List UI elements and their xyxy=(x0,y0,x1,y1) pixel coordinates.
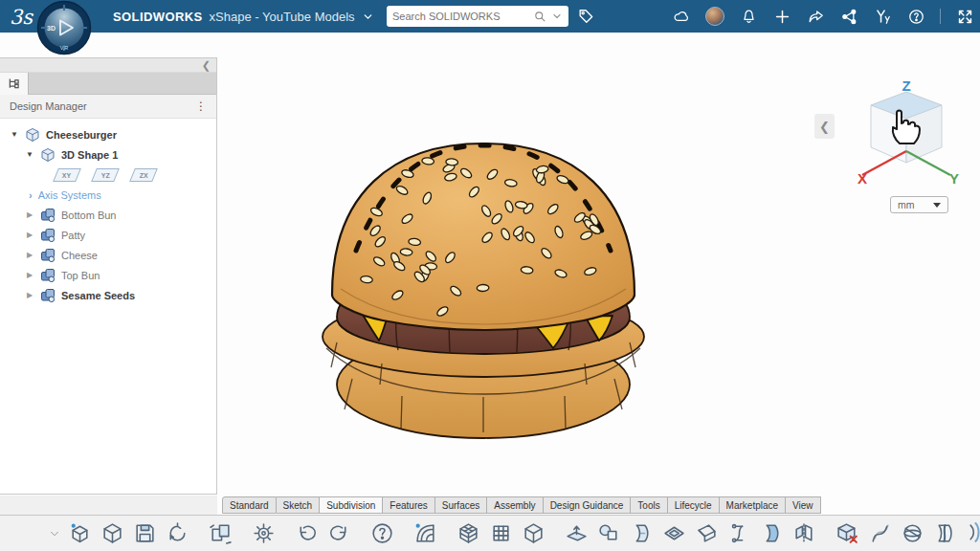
tree-icon xyxy=(7,77,21,91)
tab-assembly[interactable]: Assembly xyxy=(487,496,543,514)
y-axis-label: Y xyxy=(949,170,959,187)
plane-zx[interactable]: ZX xyxy=(129,168,158,182)
viewcube-collapse-button[interactable]: ❮ xyxy=(814,114,835,139)
tab-view[interactable]: View xyxy=(786,496,821,514)
tree-node-top-bun[interactable]: ▶ Top Bun xyxy=(0,265,216,285)
sync-refresh-button[interactable] xyxy=(163,518,192,548)
top-bar: 3s SOLIDWORKS xShape - YouTube Models xyxy=(0,0,980,33)
tree-node-cheese[interactable]: ▶ Cheese xyxy=(0,245,216,265)
thicken-surface-button[interactable] xyxy=(963,518,980,548)
compass-3d-label: 3D xyxy=(47,25,56,32)
panel-title: Design Manager xyxy=(10,100,87,112)
extrude-cage-button[interactable] xyxy=(519,518,548,548)
expander-closed-icon[interactable]: ▶ xyxy=(25,271,34,279)
search-bar[interactable] xyxy=(387,6,568,27)
tag-icon[interactable] xyxy=(576,7,595,26)
part-icon xyxy=(25,127,40,143)
expander-closed-icon[interactable]: ▶ xyxy=(25,231,34,239)
tab-design-manager[interactable] xyxy=(0,73,29,95)
surface-patch-button[interactable] xyxy=(757,518,787,548)
plane-xy[interactable]: XY xyxy=(53,168,81,182)
svg-text:3s: 3s xyxy=(10,6,33,29)
chevron-down-icon[interactable] xyxy=(362,11,374,23)
y-axis xyxy=(906,151,950,175)
units-dropdown[interactable]: mm xyxy=(890,196,948,213)
tab-design-guidance[interactable]: Design Guidance xyxy=(544,496,632,514)
expander-open-icon[interactable]: ▼ xyxy=(10,130,19,139)
subdivision-box-button[interactable] xyxy=(454,518,483,548)
split-face-button[interactable] xyxy=(930,518,960,548)
share-nodes-icon[interactable] xyxy=(839,7,858,26)
panel-menu-icon[interactable]: ⋮ xyxy=(195,99,207,113)
tab-sketch[interactable]: Sketch xyxy=(277,496,321,514)
symmetry-button[interactable] xyxy=(790,518,819,548)
tree-node-root[interactable]: ▼ Cheeseburger xyxy=(0,124,216,144)
tab-subdivision[interactable]: Subdivision xyxy=(320,496,383,514)
dropdown-caret-icon xyxy=(933,203,941,208)
subdivision-body-icon xyxy=(40,208,56,223)
avatar[interactable] xyxy=(705,7,724,26)
tab-tools[interactable]: Tools xyxy=(631,496,667,514)
expander-closed-icon[interactable]: ▶ xyxy=(25,251,34,259)
brand-name: SOLIDWORKS xyxy=(113,10,203,24)
chevron-right-icon: › xyxy=(29,189,33,201)
community-icon[interactable] xyxy=(873,7,892,26)
tree-node-sesame-seeds[interactable]: ▶ Sesame Seeds xyxy=(0,285,216,305)
compass-vr-label: V,R xyxy=(60,45,69,51)
raise-face-button[interactable] xyxy=(562,518,591,548)
tree-node-patty[interactable]: ▶ Patty xyxy=(0,225,216,245)
tab-marketplace[interactable]: Marketplace xyxy=(720,496,786,514)
plane-yz[interactable]: YZ xyxy=(91,168,120,182)
subdivision-body-icon xyxy=(40,268,56,283)
offset-frame-button[interactable] xyxy=(659,518,689,548)
tab-surfaces[interactable]: Surfaces xyxy=(435,496,487,514)
action-toolbar xyxy=(0,515,980,551)
primitives-button[interactable] xyxy=(594,518,624,548)
bridge-faces-button[interactable] xyxy=(724,518,754,548)
panel-collapse-button[interactable]: ❮ xyxy=(202,58,211,73)
mesh-grid-button[interactable] xyxy=(486,518,516,548)
delete-face-button[interactable] xyxy=(833,518,862,548)
share-arrow-icon[interactable] xyxy=(806,7,825,26)
app-title: xShape - YouTube Models xyxy=(210,10,355,24)
help-button[interactable] xyxy=(368,518,397,548)
notifications-bell-icon[interactable] xyxy=(739,7,758,26)
cloud-icon[interactable] xyxy=(672,7,691,26)
settings-button[interactable] xyxy=(249,518,278,548)
tree-node-axis-systems[interactable]: › Axis Systems xyxy=(0,185,216,205)
collapse-toolbar-button[interactable] xyxy=(48,518,61,548)
add-plus-icon[interactable] xyxy=(772,7,791,26)
help-icon[interactable] xyxy=(906,7,925,26)
project-sphere-button[interactable] xyxy=(898,518,927,548)
tree-node-3d-shape[interactable]: ▼ 3D Shape 1 xyxy=(0,144,216,165)
search-scope-chevron-icon[interactable] xyxy=(551,11,563,22)
tab-standard[interactable]: Standard xyxy=(222,496,277,514)
subdivision-body-icon xyxy=(40,248,56,263)
open-shape-button[interactable] xyxy=(98,518,127,548)
redo-button[interactable] xyxy=(324,518,354,548)
save-button[interactable] xyxy=(130,518,160,548)
import-export-button[interactable] xyxy=(206,518,235,548)
tab-lifecycle[interactable]: Lifecycle xyxy=(668,496,720,514)
crease-edge-button[interactable] xyxy=(692,518,722,548)
3ds-logo[interactable]: 3s xyxy=(8,2,36,31)
sketch-grid-button[interactable] xyxy=(411,518,440,548)
sweep-curve-button[interactable] xyxy=(865,518,895,548)
3dexperience-compass[interactable]: 3D V,R xyxy=(36,0,92,55)
new-3d-shape-button[interactable] xyxy=(65,518,95,548)
expander-open-icon[interactable]: ▼ xyxy=(25,150,34,159)
expander-closed-icon[interactable]: ▶ xyxy=(25,210,34,219)
subdivision-body-icon xyxy=(40,288,56,303)
search-icon[interactable] xyxy=(533,10,547,24)
bend-surface-button[interactable] xyxy=(627,518,657,548)
view-cube[interactable]: X Y Z xyxy=(851,80,962,195)
z-axis-label: Z xyxy=(902,80,910,94)
tree-node-bottom-bun[interactable]: ▶ Bottom Bun xyxy=(0,205,216,225)
fullscreen-icon[interactable] xyxy=(955,7,974,26)
search-input[interactable] xyxy=(392,11,529,22)
application-window: 3s SOLIDWORKS xShape - YouTube Models xyxy=(0,0,980,551)
status-strip xyxy=(0,496,217,515)
undo-button[interactable] xyxy=(292,518,322,548)
expander-closed-icon[interactable]: ▶ xyxy=(25,291,34,299)
tab-features[interactable]: Features xyxy=(383,496,434,514)
